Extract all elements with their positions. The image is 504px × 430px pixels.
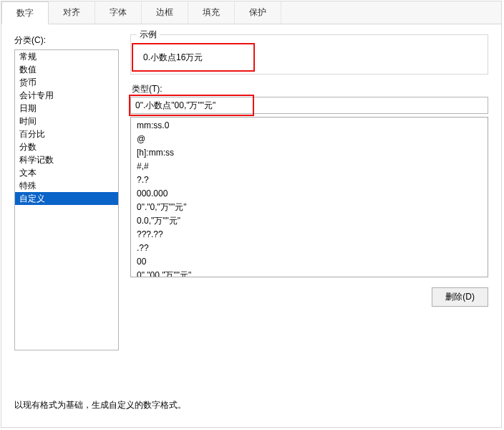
sample-value: 0.小数点16万元 bbox=[143, 52, 203, 64]
format-item[interactable]: 0.0,"万""元" bbox=[131, 214, 488, 228]
cat-accounting[interactable]: 会计专用 bbox=[15, 89, 118, 102]
dialog-format-cells: 数字 对齐 字体 边框 填充 保护 分类(C): 常规 数值 货币 会计专用 日… bbox=[1, 1, 502, 428]
cat-text[interactable]: 文本 bbox=[15, 166, 118, 179]
format-item[interactable]: [h]:mm:ss bbox=[131, 146, 488, 160]
format-list[interactable]: mm:ss.0 @ [h]:mm:ss #,# ?.? 000.000 0"."… bbox=[130, 117, 488, 277]
delete-button[interactable]: 删除(D) bbox=[432, 287, 488, 307]
type-label: 类型(T): bbox=[132, 83, 488, 95]
format-item[interactable]: mm:ss.0 bbox=[131, 119, 488, 133]
tab-number[interactable]: 数字 bbox=[1, 1, 49, 24]
cat-number[interactable]: 数值 bbox=[15, 63, 118, 76]
format-item[interactable]: ???.?? bbox=[131, 228, 488, 242]
format-item[interactable]: .?? bbox=[131, 242, 488, 255]
cat-date[interactable]: 日期 bbox=[15, 102, 118, 115]
format-item[interactable]: @ bbox=[131, 133, 488, 146]
cat-currency[interactable]: 货币 bbox=[15, 76, 118, 89]
tab-align[interactable]: 对齐 bbox=[49, 1, 95, 24]
tab-font[interactable]: 字体 bbox=[95, 1, 142, 24]
sample-highlight: 0.小数点16万元 bbox=[132, 43, 255, 72]
format-item[interactable]: 000.000 bbox=[131, 187, 488, 201]
cat-general[interactable]: 常规 bbox=[15, 50, 118, 63]
cat-special[interactable]: 特殊 bbox=[15, 179, 118, 192]
cat-time[interactable]: 时间 bbox=[15, 115, 118, 128]
format-item[interactable]: #,# bbox=[131, 160, 488, 173]
format-item[interactable]: 0"."0,"万""元" bbox=[131, 201, 488, 214]
format-item[interactable]: ?.? bbox=[131, 173, 488, 187]
cat-fraction[interactable]: 分数 bbox=[15, 140, 118, 153]
sample-groupbox: 示例 0.小数点16万元 bbox=[130, 34, 488, 75]
category-list[interactable]: 常规 数值 货币 会计专用 日期 时间 百分比 分数 科学记数 文本 特殊 自定… bbox=[14, 49, 119, 350]
cat-custom[interactable]: 自定义 bbox=[15, 192, 118, 205]
sample-label: 示例 bbox=[137, 29, 160, 41]
cat-scientific[interactable]: 科学记数 bbox=[15, 153, 118, 166]
format-item[interactable]: 0"."00,"万""元" bbox=[131, 269, 488, 277]
tab-protect[interactable]: 保护 bbox=[235, 1, 281, 24]
footer-note: 以现有格式为基础，生成自定义的数字格式。 bbox=[14, 399, 186, 411]
cat-percent[interactable]: 百分比 bbox=[15, 128, 118, 140]
tab-border[interactable]: 边框 bbox=[142, 1, 188, 24]
type-input[interactable] bbox=[130, 97, 488, 114]
format-item[interactable]: 00 bbox=[131, 255, 488, 269]
category-label: 分类(C): bbox=[14, 34, 119, 47]
tab-fill[interactable]: 填充 bbox=[188, 1, 235, 24]
tab-bar: 数字 对齐 字体 边框 填充 保护 bbox=[1, 1, 501, 24]
